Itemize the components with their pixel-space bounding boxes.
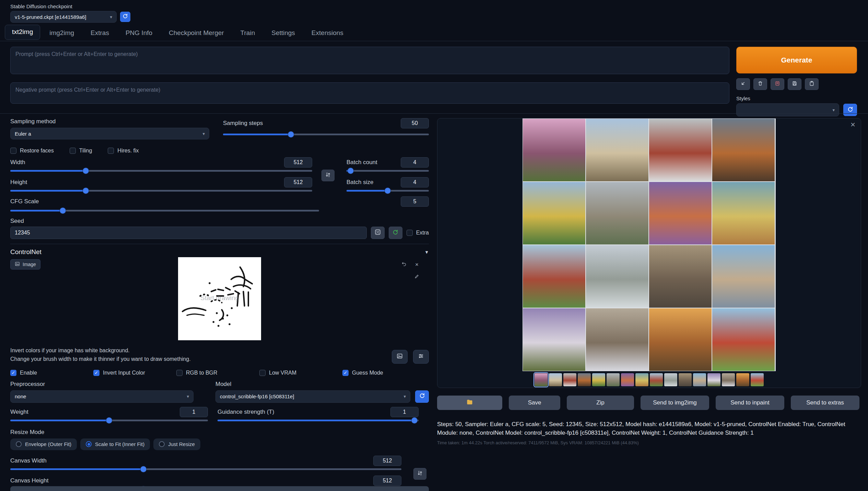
gallery-image[interactable] — [712, 308, 775, 371]
height-slider[interactable] — [10, 187, 312, 194]
brush-button[interactable] — [412, 273, 421, 281]
sampling-method-dropdown[interactable]: Euler a ▾ — [10, 128, 209, 139]
tab-train[interactable]: Train — [233, 26, 262, 41]
gallery-thumbnail[interactable] — [578, 373, 591, 386]
restore-faces-checkbox[interactable]: Restore faces — [10, 148, 54, 154]
tab-settings[interactable]: Settings — [264, 26, 302, 41]
gallery-image[interactable] — [523, 308, 585, 371]
save-style-button[interactable] — [788, 78, 801, 90]
gallery-thumbnail[interactable] — [693, 373, 706, 386]
gallery-image[interactable] — [712, 119, 775, 181]
styles-dropdown[interactable]: ▾ — [736, 103, 839, 116]
preprocessor-dropdown[interactable]: none ▾ — [10, 390, 193, 403]
gallery-image[interactable] — [523, 182, 585, 244]
tiling-checkbox[interactable]: Tiling — [70, 148, 92, 154]
refresh-styles-button[interactable] — [843, 104, 857, 116]
refresh-checkpoints-button[interactable] — [120, 12, 130, 22]
gallery-thumbnail[interactable] — [549, 373, 562, 386]
seed-extra-checkbox[interactable]: Extra — [407, 230, 429, 236]
zip-button[interactable]: Zip — [567, 396, 634, 410]
gallery-image[interactable] — [586, 245, 648, 308]
gallery-image[interactable] — [712, 182, 775, 244]
read-params-button[interactable] — [736, 78, 750, 90]
width-value[interactable]: 512 — [284, 157, 312, 168]
gallery-thumbnail[interactable] — [664, 373, 677, 386]
canvas-height-value[interactable]: 512 — [373, 476, 401, 486]
open-output-folder-button[interactable] — [437, 396, 502, 410]
scribble-canvas[interactable]: Start drawing — [178, 257, 261, 340]
height-value[interactable]: 512 — [284, 177, 312, 187]
gallery-image[interactable] — [586, 182, 648, 244]
cfg-scale-value[interactable]: 5 — [401, 196, 429, 207]
weight-value[interactable]: 1 — [180, 407, 208, 417]
resize-option-scale-to-fit[interactable]: Scale to Fit (Inner Fit) — [80, 438, 150, 450]
sampling-steps-value[interactable]: 50 — [401, 118, 429, 128]
negative-prompt-input[interactable] — [10, 82, 729, 104]
controlnet-model-dropdown[interactable]: control_scribble-fp16 [c508311e] ▾ — [215, 390, 410, 403]
gallery-image[interactable] — [523, 245, 585, 308]
canvas-width-value[interactable]: 512 — [373, 456, 401, 466]
tab-img2img[interactable]: img2img — [42, 26, 81, 41]
gallery-thumbnail[interactable] — [751, 373, 764, 386]
tab-txt2img[interactable]: txt2img — [5, 25, 40, 40]
cfg-scale-slider[interactable] — [10, 207, 319, 214]
batch-count-value[interactable]: 4 — [401, 157, 429, 168]
gallery-image[interactable] — [649, 308, 712, 371]
checkpoint-dropdown[interactable]: v1-5-pruned.ckpt [e1441589a6] ▾ — [10, 11, 117, 23]
canvas-width-slider[interactable] — [10, 466, 401, 472]
swap-canvas-dimensions-button[interactable] — [413, 468, 426, 480]
gallery-thumbnail[interactable] — [563, 373, 576, 386]
reuse-seed-button[interactable] — [389, 227, 402, 239]
style-card-button[interactable] — [771, 78, 784, 90]
tab-png-info[interactable]: PNG Info — [118, 26, 160, 41]
gallery-thumbnail[interactable] — [592, 373, 605, 386]
gallery-thumbnail[interactable] — [650, 373, 663, 386]
gallery-image[interactable] — [523, 119, 585, 181]
controlnet-accordion-header[interactable]: ControlNet ▼ — [10, 248, 429, 256]
gallery-image[interactable] — [649, 119, 712, 181]
gallery-thumbnail[interactable] — [621, 373, 634, 386]
rgb-to-bgr-checkbox[interactable]: RGB to BGR — [176, 370, 259, 376]
batch-count-slider[interactable] — [347, 168, 429, 174]
prompt-input[interactable] — [10, 47, 729, 74]
gallery-image[interactable] — [586, 119, 648, 181]
controlnet-image-tab[interactable]: Image — [10, 259, 40, 270]
clear-image-button[interactable]: × — [412, 261, 421, 269]
guidance-strength-value[interactable]: 1 — [390, 407, 419, 417]
random-seed-button[interactable] — [371, 227, 385, 239]
controlnet-enable-checkbox[interactable]: ✓ Enable — [10, 370, 93, 376]
apply-style-button[interactable] — [805, 78, 819, 90]
tab-extras[interactable]: Extras — [83, 26, 116, 41]
swap-width-height-button[interactable] — [321, 170, 335, 181]
invert-input-color-checkbox[interactable]: ✓ Invert Input Color — [93, 370, 176, 376]
gallery-image[interactable] — [649, 245, 712, 308]
gallery-thumbnail[interactable] — [722, 373, 735, 386]
send-to-extras-button[interactable]: Send to extras — [791, 396, 859, 410]
save-button[interactable]: Save — [509, 396, 560, 410]
guidance-strength-slider[interactable] — [218, 417, 419, 423]
gallery-image[interactable] — [649, 182, 712, 244]
batch-size-value[interactable]: 4 — [401, 177, 429, 187]
brush-settings-button[interactable] — [413, 350, 429, 364]
resize-option-envelope[interactable]: Envelope (Outer Fit) — [10, 438, 77, 450]
refresh-models-button[interactable] — [415, 390, 429, 403]
gallery-thumbnail[interactable] — [736, 373, 749, 386]
close-gallery-button[interactable]: × — [851, 120, 855, 129]
tab-checkpoint-merger[interactable]: Checkpoint Merger — [162, 26, 231, 41]
gallery-thumbnail[interactable] — [635, 373, 648, 386]
tab-extensions[interactable]: Extensions — [304, 26, 351, 41]
batch-size-slider[interactable] — [347, 187, 429, 194]
clear-prompt-button[interactable] — [753, 78, 767, 90]
gallery-thumbnail[interactable] — [607, 373, 620, 386]
resize-option-just-resize[interactable]: Just Resize — [153, 438, 200, 450]
hires-fix-checkbox[interactable]: Hires. fix — [108, 148, 139, 154]
gallery-image[interactable] — [586, 308, 648, 371]
width-slider[interactable] — [10, 168, 312, 174]
gallery-image[interactable] — [712, 245, 775, 308]
generate-button[interactable]: Generate — [736, 47, 857, 73]
send-to-inpaint-button[interactable]: Send to inpaint — [716, 396, 784, 410]
gallery-thumbnail[interactable] — [679, 373, 692, 386]
open-image-button[interactable] — [392, 350, 408, 364]
guess-mode-checkbox[interactable]: ✓ Guess Mode — [342, 370, 383, 376]
sampling-steps-slider[interactable] — [223, 131, 429, 137]
